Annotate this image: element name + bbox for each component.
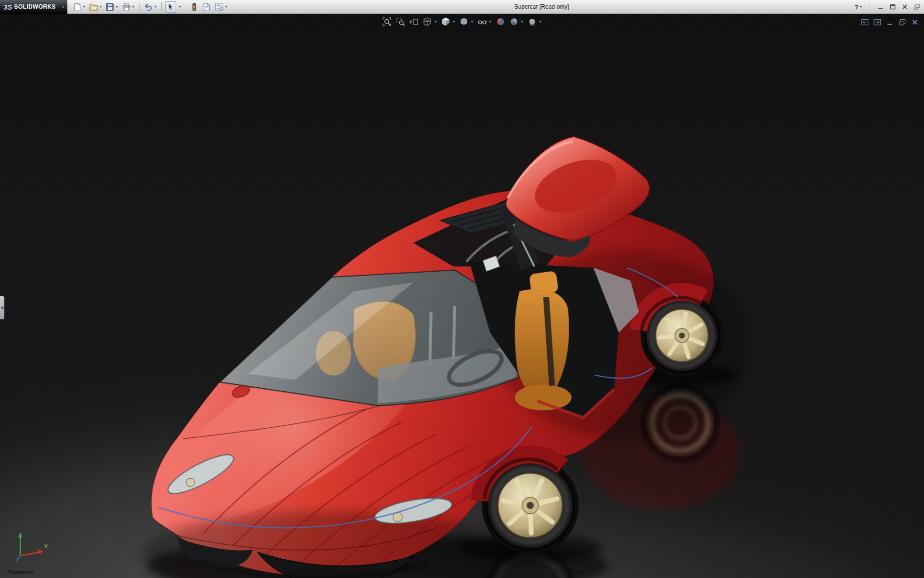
zoom-to-area-button[interactable] xyxy=(396,17,405,26)
undo-icon xyxy=(144,2,153,12)
collapse-arrow-icon xyxy=(1,306,3,310)
print-icon xyxy=(122,2,131,12)
window-controls: ? xyxy=(855,2,924,11)
dropdown-arrow-icon[interactable] xyxy=(539,21,542,23)
view-orientation-button[interactable] xyxy=(441,17,455,26)
section-view-icon xyxy=(423,17,432,26)
resize-grip[interactable] xyxy=(913,3,920,10)
menu-expand-chevron-icon[interactable]: › xyxy=(62,4,64,10)
open-button[interactable] xyxy=(88,1,103,13)
dropdown-arrow-icon[interactable] xyxy=(452,21,455,23)
zoom-to-fit-icon xyxy=(382,17,392,26)
zoom-to-fit-button[interactable] xyxy=(382,17,392,26)
restore-document-icon xyxy=(898,18,906,26)
file-properties-icon xyxy=(202,2,211,12)
main-toolbar xyxy=(67,1,229,13)
help-label: ? xyxy=(855,3,859,11)
brand-text: SOLIDWORKS xyxy=(14,3,56,10)
display-style-button[interactable] xyxy=(459,17,474,26)
x-axis-label: X xyxy=(44,543,48,549)
y-axis-arrow xyxy=(18,532,23,538)
minimize-document-button[interactable] xyxy=(886,18,894,26)
dropdown-arrow-icon[interactable] xyxy=(434,21,437,23)
pane-left-button[interactable] xyxy=(861,18,869,26)
edit-appearance-button[interactable] xyxy=(496,17,505,26)
view-settings-icon xyxy=(527,17,537,26)
document-window-controls xyxy=(861,18,919,26)
apply-scene-icon xyxy=(509,17,519,26)
solidworks-window: 3S SOLIDWORKS › xyxy=(0,0,924,578)
hide-show-glasses-icon xyxy=(477,17,487,26)
minimize-button[interactable] xyxy=(877,3,884,10)
previous-view-button[interactable] xyxy=(409,17,419,26)
dropdown-arrow-icon[interactable] xyxy=(132,6,135,8)
restore-document-button[interactable] xyxy=(898,18,906,26)
select-cursor-icon xyxy=(166,2,175,12)
close-document-button[interactable] xyxy=(911,18,919,26)
graphics-area[interactable]: X *Dimetric xyxy=(0,14,924,578)
reference-triad: X xyxy=(12,527,49,565)
3d-scene[interactable] xyxy=(0,14,924,578)
x-axis-arrow xyxy=(38,550,43,554)
maximize-icon xyxy=(889,3,896,10)
save-icon xyxy=(105,2,115,12)
document-title: Supercar [Read-only] xyxy=(229,3,855,10)
options-button[interactable] xyxy=(214,1,229,13)
toolbar-separator xyxy=(870,2,870,11)
pane-right-icon xyxy=(873,18,881,26)
3ds-logo-icon: 3S xyxy=(3,3,12,11)
zoom-to-area-icon xyxy=(396,17,405,26)
rebuild-button[interactable] xyxy=(189,1,200,13)
solidworks-logo: 3S SOLIDWORKS › xyxy=(0,0,67,14)
dropdown-arrow-icon[interactable] xyxy=(99,6,102,8)
previous-view-icon xyxy=(409,17,419,26)
resize-grip-icon xyxy=(913,3,920,10)
minimize-icon xyxy=(877,3,884,10)
file-properties-button[interactable] xyxy=(201,1,212,13)
toolbar-separator xyxy=(139,2,140,11)
close-icon xyxy=(901,3,908,10)
display-style-icon xyxy=(459,17,469,26)
help-button[interactable]: ? xyxy=(855,3,862,11)
open-icon xyxy=(89,2,98,12)
rebuild-traffic-light-icon xyxy=(190,2,199,12)
close-document-icon xyxy=(911,18,919,26)
new-document-icon xyxy=(73,2,82,12)
dropdown-arrow-icon[interactable] xyxy=(83,6,86,8)
heads-up-view-toolbar xyxy=(382,17,542,26)
dropdown-arrow-icon[interactable] xyxy=(521,21,524,23)
featuremanager-splitter-tab[interactable] xyxy=(0,296,4,319)
dropdown-arrow-icon[interactable] xyxy=(860,6,862,8)
hide-show-items-button[interactable] xyxy=(477,17,492,26)
view-orientation-cube-icon xyxy=(441,17,450,26)
toolbar-separator xyxy=(161,2,162,11)
section-view-button[interactable] xyxy=(423,17,437,26)
edit-appearance-icon xyxy=(496,17,505,26)
print-button[interactable] xyxy=(121,1,136,13)
save-button[interactable] xyxy=(104,1,119,13)
driver-headrest[interactable] xyxy=(529,271,559,296)
options-icon xyxy=(215,2,224,12)
new-document-button[interactable] xyxy=(72,1,87,13)
toolbar-separator xyxy=(185,2,185,11)
dropdown-arrow-icon[interactable] xyxy=(179,6,181,8)
dropdown-arrow-icon[interactable] xyxy=(154,6,157,8)
maximize-button[interactable] xyxy=(889,3,896,10)
dropdown-arrow-icon[interactable] xyxy=(489,21,492,23)
pane-right-button[interactable] xyxy=(873,18,881,26)
view-settings-button[interactable] xyxy=(527,17,542,26)
dropdown-arrow-icon[interactable] xyxy=(225,6,228,8)
minimize-document-icon xyxy=(886,18,894,26)
dropdown-arrow-icon[interactable] xyxy=(471,21,474,23)
close-button[interactable] xyxy=(901,3,908,10)
z-axis-arrow xyxy=(16,556,20,562)
pane-left-icon xyxy=(861,18,869,26)
undo-button[interactable] xyxy=(143,1,158,13)
apply-scene-button[interactable] xyxy=(509,17,524,26)
titlebar: 3S SOLIDWORKS › xyxy=(0,0,924,14)
select-button[interactable] xyxy=(165,1,176,13)
dropdown-arrow-icon[interactable] xyxy=(116,6,118,8)
view-orientation-label: *Dimetric xyxy=(8,568,33,576)
driver-seat-cushion[interactable] xyxy=(515,384,572,410)
